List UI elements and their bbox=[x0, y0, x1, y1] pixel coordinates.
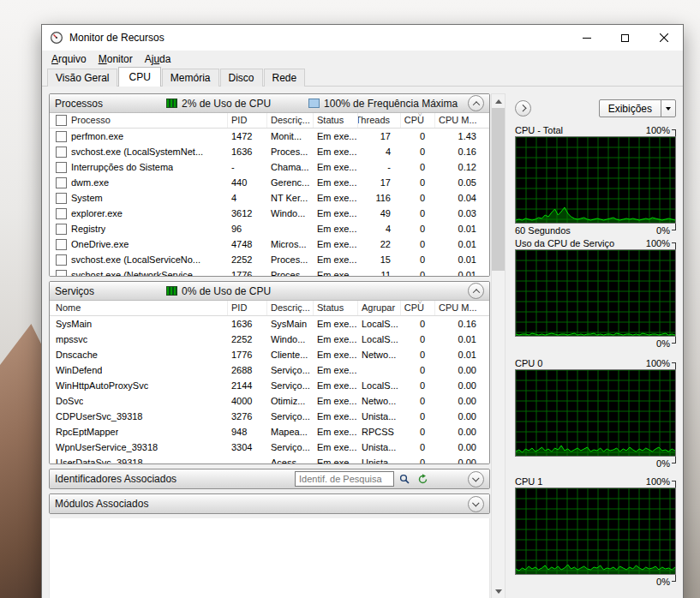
graph-top-label: 100% bbox=[646, 358, 670, 368]
views-dropdown-arrow[interactable] bbox=[661, 100, 675, 117]
row-checkbox[interactable] bbox=[56, 270, 67, 278]
row-name: SysMain bbox=[56, 316, 92, 332]
services-panel-title: Serviços bbox=[55, 285, 166, 297]
row-checkbox[interactable] bbox=[56, 131, 67, 142]
column-header-agrupar[interactable]: Agrupar bbox=[358, 301, 401, 315]
vertical-scrollbar[interactable] bbox=[491, 93, 506, 598]
graph-bottom-label: 0% bbox=[656, 458, 670, 469]
menu-monitor[interactable]: Monitor bbox=[93, 51, 139, 67]
tab-rede[interactable]: Rede bbox=[264, 69, 306, 87]
table-row[interactable]: WinDefend2688Serviço...Em exe...00.00 bbox=[50, 362, 489, 378]
panels-column: Processos 2% de Uso de CPU 100% de Frequ… bbox=[49, 93, 490, 598]
row-name: DoSvc bbox=[56, 393, 83, 409]
close-button[interactable] bbox=[644, 25, 683, 51]
table-row[interactable]: CDPUserSvc_393183276Serviço...Em exe...U… bbox=[50, 409, 489, 424]
table-row[interactable]: WinHttpAutoProxySvc2144Serviço...Em exe.… bbox=[50, 378, 489, 393]
table-row[interactable]: WpnUserService_393183304Serviço...Em exe… bbox=[50, 440, 489, 455]
collapse-graphs-panel-button[interactable] bbox=[515, 100, 531, 117]
select-all-checkbox[interactable] bbox=[56, 115, 67, 126]
tab-memoria[interactable]: Memória bbox=[162, 69, 219, 87]
tab-visao-geral[interactable]: Visão Geral bbox=[47, 69, 117, 87]
menu-arquivo[interactable]: Arquivo bbox=[45, 51, 93, 67]
tab-bar: Visão Geral CPU Memória Disco Rede bbox=[42, 68, 683, 87]
expand-handles-button[interactable] bbox=[468, 471, 484, 487]
row-name: Interrupções do Sistema bbox=[71, 159, 173, 175]
row-name: OneDrive.exe bbox=[71, 236, 129, 252]
table-row[interactable]: perfmon.exe1472Monit...Em exe...1701.43 bbox=[50, 129, 489, 144]
table-row[interactable]: Interrupções do Sistema-Chama...Em exe..… bbox=[50, 159, 489, 175]
row-name: dwm.exe bbox=[71, 175, 109, 190]
table-row[interactable]: Dnscache1776Cliente...Em exe...Netwo...0… bbox=[50, 347, 489, 362]
column-header-descricao[interactable]: Descriç... bbox=[267, 113, 314, 128]
column-header-cpu[interactable]: ▽CPU bbox=[401, 301, 435, 315]
maximize-button[interactable] bbox=[606, 25, 644, 51]
tab-cpu[interactable]: CPU bbox=[118, 67, 160, 87]
modules-panel-header[interactable]: Módulos Associados bbox=[50, 494, 489, 513]
collapse-services-button[interactable] bbox=[468, 283, 484, 299]
row-checkbox[interactable] bbox=[56, 147, 67, 158]
column-header-pid[interactable]: PID bbox=[228, 301, 267, 315]
search-button[interactable] bbox=[397, 472, 412, 487]
views-button-label[interactable]: Exibições bbox=[600, 100, 661, 117]
table-row[interactable]: SysMain1636SysMainEm exe...LocalS...00.1… bbox=[50, 316, 489, 332]
scrollbar-thumb[interactable] bbox=[492, 108, 505, 271]
scroll-up-button[interactable] bbox=[492, 94, 505, 108]
services-panel-header[interactable]: Serviços 0% de Uso de CPU bbox=[50, 282, 489, 301]
service-cpu-graph bbox=[515, 249, 676, 337]
column-header-cpu-media[interactable]: CPU M... bbox=[435, 113, 487, 128]
row-checkbox[interactable] bbox=[56, 254, 67, 266]
table-row[interactable]: svchost.exe (LocalSystemNet...1636Proces… bbox=[50, 144, 489, 159]
table-row[interactable]: UserDataSvc_39318Acess...Em exe...Unista… bbox=[50, 455, 489, 464]
row-name: svchost.exe (LocalServiceNo... bbox=[71, 252, 200, 267]
expand-modules-button[interactable] bbox=[468, 496, 484, 512]
refresh-search-icon bbox=[417, 474, 428, 485]
menu-ajuda[interactable]: Ajuda bbox=[139, 51, 177, 67]
table-row[interactable]: svchost.exe (LocalServiceNo...2252Proces… bbox=[50, 252, 489, 267]
resource-monitor-window: Monitor de Recursos Arquivo Monitor Ajud… bbox=[41, 24, 684, 598]
column-header-descricao[interactable]: Descriç... bbox=[267, 301, 314, 315]
table-row[interactable]: explorer.exe3612Windo...Em exe...4900.03 bbox=[50, 206, 489, 221]
row-name: System bbox=[71, 190, 103, 206]
row-checkbox[interactable] bbox=[56, 162, 67, 173]
table-row[interactable]: svchost.exe (NetworkService...1776Proces… bbox=[50, 267, 489, 277]
table-row[interactable]: DoSvc4000Otimiz...Em exe...Netwo...00.00 bbox=[50, 393, 489, 409]
minimize-button[interactable] bbox=[567, 25, 606, 51]
processes-panel: Processos 2% de Uso de CPU 100% de Frequ… bbox=[49, 93, 490, 277]
table-row[interactable]: mpssvc2252Windo...Em exe...LocalS...00.0… bbox=[50, 332, 489, 347]
table-row[interactable]: dwm.exe440Gerenc...Em exe...1700.05 bbox=[50, 175, 489, 190]
row-checkbox[interactable] bbox=[56, 224, 67, 235]
views-button[interactable]: Exibições bbox=[599, 99, 676, 117]
column-header-cpu[interactable]: ▽CPU bbox=[401, 113, 435, 128]
column-header-nome[interactable]: Nome bbox=[50, 301, 228, 315]
column-header-cpu-media[interactable]: CPU M... bbox=[435, 301, 487, 315]
refresh-search-button[interactable] bbox=[415, 472, 430, 487]
tab-disco[interactable]: Disco bbox=[220, 69, 263, 87]
sort-descending-icon: ▽ bbox=[418, 301, 422, 305]
column-header-status[interactable]: Status bbox=[314, 301, 358, 315]
row-checkbox[interactable] bbox=[56, 177, 67, 188]
scroll-down-button[interactable] bbox=[492, 584, 505, 598]
row-name: mpssvc bbox=[56, 332, 87, 347]
handle-search-input[interactable] bbox=[295, 471, 394, 487]
sort-descending-icon: ▽ bbox=[418, 113, 422, 117]
modules-panel: Módulos Associados bbox=[49, 493, 490, 514]
menu-bar: Arquivo Monitor Ajuda bbox=[42, 51, 683, 68]
column-header-processo[interactable]: Processo bbox=[50, 113, 228, 128]
collapse-processes-button[interactable] bbox=[468, 95, 484, 111]
table-row[interactable]: Registry96Em exe...400.01 bbox=[50, 221, 489, 236]
column-header-status[interactable]: Status bbox=[314, 113, 358, 128]
table-row[interactable]: System4NT Ker...Em exe...11600.04 bbox=[50, 190, 489, 206]
services-panel: Serviços 0% de Uso de CPU Nome PID Descr… bbox=[49, 281, 490, 464]
cpu-tab-content: Processos 2% de Uso de CPU 100% de Frequ… bbox=[42, 87, 683, 598]
table-row[interactable]: OneDrive.exe4748Micros...Em exe...2200.0… bbox=[50, 236, 489, 252]
column-header-threads[interactable]: Threads bbox=[358, 113, 401, 128]
column-header-pid[interactable]: PID bbox=[228, 113, 267, 128]
row-checkbox[interactable] bbox=[56, 208, 67, 219]
graph-top-label: 100% bbox=[646, 476, 670, 487]
row-checkbox[interactable] bbox=[56, 193, 67, 204]
handles-panel-header[interactable]: Identificadores Associados bbox=[50, 469, 489, 488]
row-checkbox[interactable] bbox=[56, 239, 67, 250]
resource-monitor-icon[interactable] bbox=[50, 31, 63, 45]
table-row[interactable]: RpcEptMapper948Mapea...Em exe...RPCSS00.… bbox=[50, 424, 489, 440]
processes-panel-header[interactable]: Processos 2% de Uso de CPU 100% de Frequ… bbox=[50, 94, 489, 113]
